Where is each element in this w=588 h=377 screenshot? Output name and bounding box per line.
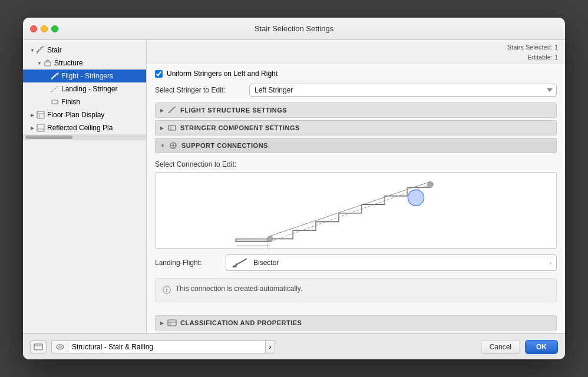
- structure-icon: [43, 58, 52, 68]
- stringer-component-title: STRINGER COMPONENT SETTINGS: [180, 124, 300, 131]
- editable-count: Editable: 1: [507, 52, 558, 62]
- info-bar-text: Stairs Selected: 1 Editable: 1: [507, 42, 558, 62]
- sidebar-item-floor-plan-label: Floor Plan Display: [47, 111, 104, 119]
- bottom-bar-left: Structural - Stair & Railing ›: [30, 340, 481, 353]
- ceiling-icon: [36, 123, 45, 133]
- stair-icon: [36, 45, 45, 55]
- classification-icon: [167, 318, 177, 328]
- classification-header[interactable]: ▶ CLASSIFICATION AND PROPERTIES: [155, 315, 557, 330]
- stairs-selected: Stairs Selected: 1: [507, 42, 558, 52]
- stringer-component-triangle: ▶: [160, 125, 164, 131]
- classification-chevron[interactable]: ›: [266, 340, 275, 353]
- cancel-button[interactable]: Cancel: [481, 340, 520, 354]
- stair-diagram-svg: [156, 173, 556, 248]
- stringer-icon: [50, 71, 60, 81]
- info-bar: Stairs Selected: 1 Editable: 1: [147, 40, 565, 64]
- select-stringer-label: Select Stringer to Edit:: [155, 86, 249, 94]
- svg-rect-6: [169, 125, 176, 130]
- connection-icon: [231, 257, 249, 268]
- connection-select-wrapper: Bisector ›: [226, 254, 557, 271]
- support-connections-content: Select Connection to Edit:: [155, 156, 557, 307]
- svg-rect-0: [45, 62, 51, 66]
- svg-point-19: [427, 181, 433, 187]
- sidebar-item-stair-label: Stair: [47, 46, 62, 54]
- svg-line-22: [233, 259, 247, 267]
- uniform-stringers-label: Uniform Stringers on Left and Right: [167, 70, 278, 78]
- main-window: Stair Selection Settings ▼ Stair ▼: [23, 18, 565, 359]
- support-connections-title: SUPPORT CONNECTIONS: [181, 142, 268, 149]
- info-circle-icon: ⓘ: [163, 285, 171, 296]
- landing-flight-row: Landing-Flight: Bisec: [155, 254, 557, 271]
- main-content: ▼ Stair ▼ Structure ▶: [23, 40, 565, 333]
- triangle-icon: ▼: [36, 59, 43, 67]
- close-button[interactable]: [30, 25, 37, 32]
- eye-icon: [56, 343, 64, 351]
- svg-point-31: [59, 346, 61, 348]
- sidebar-item-structure[interactable]: ▼ Structure: [23, 57, 146, 70]
- settings-icon: [34, 342, 43, 352]
- select-stringer-row: Select Stringer to Edit: Left Stringer R…: [155, 84, 557, 97]
- landing-flight-label: Landing-Flight:: [155, 259, 226, 267]
- minimize-button[interactable]: [41, 25, 48, 32]
- finish-icon: [50, 97, 60, 107]
- classification-select-value: Structural - Stair & Railing: [72, 343, 153, 351]
- flight-structure-header[interactable]: ▶ FLIGHT STRUCTURE SETTINGS: [155, 102, 557, 118]
- sidebar-item-stair[interactable]: ▼ Stair: [23, 44, 146, 57]
- sidebar-item-finish[interactable]: ▶ Finish: [23, 95, 146, 108]
- select-stringer-dropdown[interactable]: Left Stringer Right Stringer: [249, 84, 557, 97]
- eye-icon-box[interactable]: [51, 340, 68, 353]
- uniform-stringers-checkbox[interactable]: [155, 70, 163, 78]
- sidebar-item-reflected-ceiling[interactable]: ▶ Reflected Ceiling Pla: [23, 121, 146, 134]
- select-connection-label: Select Connection to Edit:: [155, 160, 557, 168]
- zoom-button[interactable]: [51, 25, 58, 32]
- svg-point-30: [57, 345, 64, 349]
- sidebar-item-landing-stringer-label: Landing - Stringer: [61, 85, 117, 93]
- sidebar-item-landing-stringer[interactable]: ▶ Landing - Stringer: [23, 82, 146, 95]
- sidebar-item-finish-label: Finish: [61, 98, 80, 106]
- svg-rect-1: [37, 111, 44, 118]
- triangle-icon: ▶: [29, 124, 36, 131]
- flight-structure-title: FLIGHT STRUCTURE SETTINGS: [180, 107, 287, 114]
- support-connections-header[interactable]: ▼ SUPPORT CONNECTIONS: [155, 138, 557, 153]
- bottom-select-container: Structural - Stair & Railing ›: [51, 340, 275, 353]
- bottom-bar: Structural - Stair & Railing › Cancel OK: [23, 333, 565, 359]
- sidebar-item-floor-plan[interactable]: ▶ Floor Plan Display: [23, 108, 146, 121]
- triangle-icon: ▶: [29, 111, 36, 118]
- sidebar-item-structure-label: Structure: [54, 59, 83, 67]
- support-connections-icon: [169, 141, 178, 150]
- connection-select-box[interactable]: Bisector ›: [226, 254, 557, 271]
- sidebar-item-reflected-ceiling-label: Reflected Ceiling Pla: [47, 124, 113, 132]
- floor-plan-icon: [36, 110, 45, 120]
- svg-point-17: [408, 190, 424, 206]
- stringer-component-header[interactable]: ▶ STRINGER COMPONENT SETTINGS: [155, 120, 557, 135]
- sidebar-item-flight-stringers-label: Flight - Stringers: [61, 72, 113, 80]
- svg-rect-28: [34, 344, 42, 350]
- classification-select[interactable]: Structural - Stair & Railing: [68, 340, 266, 353]
- flight-structure-icon: [167, 105, 177, 115]
- sidebar-item-flight-stringers[interactable]: ▶ Flight - Stringers: [23, 70, 146, 82]
- titlebar: Stair Selection Settings: [23, 18, 565, 40]
- panel-body: Uniform Stringers on Left and Right Sele…: [147, 64, 565, 333]
- triangle-icon: ▼: [29, 47, 36, 54]
- svg-point-18: [267, 236, 273, 242]
- connection-value: Bisector: [253, 259, 550, 267]
- flight-structure-triangle: ▶: [160, 108, 164, 113]
- classification-triangle: ▶: [160, 320, 164, 326]
- sidebar: ▼ Stair ▼ Structure ▶: [23, 40, 147, 333]
- traffic-lights: [30, 25, 58, 32]
- stair-diagram-box[interactable]: [155, 172, 557, 249]
- chevron-right-icon: ›: [550, 260, 551, 266]
- classification-title: CLASSIFICATION AND PROPERTIES: [180, 319, 302, 326]
- sidebar-scrollbar[interactable]: [23, 134, 146, 140]
- svg-rect-25: [168, 320, 176, 326]
- sidebar-tree: ▼ Stair ▼ Structure ▶: [23, 44, 146, 134]
- right-panel: Stairs Selected: 1 Editable: 1 Uniform S…: [147, 40, 565, 333]
- landing-stringer-icon: [50, 84, 60, 94]
- scrollbar-thumb: [25, 135, 72, 139]
- ok-button[interactable]: OK: [525, 340, 558, 354]
- svg-rect-4: [37, 124, 44, 131]
- settings-icon-box[interactable]: [30, 340, 47, 353]
- uniform-stringers-row: Uniform Stringers on Left and Right: [155, 70, 557, 78]
- info-note: ⓘ This connection is created automatical…: [155, 278, 557, 302]
- window-title: Stair Selection Settings: [255, 24, 333, 33]
